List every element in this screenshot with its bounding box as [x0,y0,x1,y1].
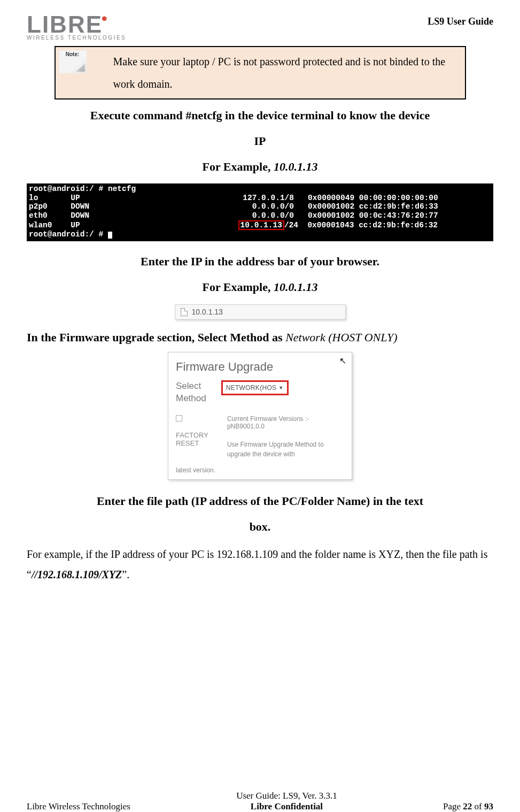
terminal-line: wlan0 UP [29,221,238,229]
method-select[interactable]: NETWORK(HOS ▼ [221,380,289,395]
page-header: LIBRE• WIRELESS TECHNOLOGIES LS9 User Gu… [27,11,493,41]
note-paper-icon [59,58,87,73]
step-netcfg: Execute command #netcfg in the device te… [27,103,493,180]
text: In the Firmware upgrade section, Select … [27,331,285,344]
text: of [472,801,484,811]
page-number: Page 22 of 93 [443,801,493,812]
step-firmware-select: In the Firmware upgrade section, Select … [27,331,493,344]
factory-reset-checkbox[interactable] [176,415,182,422]
step-line: Execute command #netcfg in the device te… [27,103,493,128]
select-method-label: SelectMethod [176,380,206,404]
terminal-line: eth0 DOWN 0.0.0.0/0 0x00001002 00:0c:43:… [29,211,438,220]
cursor-pointer-icon: ↖ [339,356,346,366]
note-text: Make sure your laptop / PC is not passwo… [87,50,460,95]
terminal-screenshot: root@android:/ # netcfg lo UP 127.0.0.1/… [27,183,493,241]
upgrade-msg: Use Firmware Upgrade Method to upgrade t… [227,440,344,459]
select-value: NETWORK(HOS [226,384,277,392]
highlighted-ip: 10.0.1.13 [238,220,284,231]
cursor-icon [108,232,112,239]
example-paragraph: For example, if the IP address of your P… [27,544,493,585]
step-filepath: Enter the file path (IP address of the P… [27,488,493,540]
logo: LIBRE• WIRELESS TECHNOLOGIES [27,11,126,41]
page-footer: Libre Wireless Technologies User Guide: … [0,791,520,812]
browser-tab-screenshot: 10.0.1.13 [175,304,346,320]
logo-text: LIBRE [27,11,103,37]
method-name: Network (HOST ONLY) [285,331,397,344]
text: Page [443,801,463,811]
panel-title: Firmware Upgrade [176,360,344,374]
note-icon: Note: [59,50,87,73]
page-total: 93 [484,801,493,811]
example-path: //192.168.1.109/XYZ [32,569,122,580]
note-callout: Note: Make sure your laptop / PC is not … [55,46,466,99]
firmware-upgrade-panel: ↖ Firmware Upgrade SelectMethod NETWORK(… [168,352,352,479]
text: ”. [122,569,129,580]
note-badge: Note: [59,50,87,58]
step-line: IP [27,128,493,154]
step-line: Enter the file path (IP address of the P… [27,488,493,514]
example-ip: 10.0.1.13 [274,160,318,173]
terminal-line: lo UP 127.0.0.1/8 0x00000049 00:00:00:00… [29,194,438,202]
example-ip: 10.0.1.13 [274,280,318,294]
factory-reset-label: FACTORY RESET [176,431,216,447]
chevron-down-icon: ▼ [278,385,283,390]
footer-center: User Guide: LS9, Ver. 3.3.1 [130,791,443,801]
step-browser: Enter the IP in the address bar of your … [27,249,493,301]
document-title: LS9 User Guide [428,16,493,27]
step-line: For Example, 10.0.1.13 [27,274,493,300]
current-fw-label: Current Firmware Versions :- [227,415,344,423]
step-line: Enter the IP in the address bar of your … [27,249,493,274]
terminal-line: /24 0x00001043 cc:d2:9b:fe:d6:32 [284,221,438,229]
current-fw-version: pNB9001.0.0 [227,423,344,430]
footer-left: Libre Wireless Technologies [27,801,130,812]
page-current: 22 [463,801,472,811]
terminal-line: root@android:/ # netcfg [29,185,136,193]
page-icon [181,308,188,316]
latest-version-text: latest version. [176,466,344,474]
terminal-line: root@android:/ # [29,230,108,239]
logo-dot-icon: • [102,10,108,27]
text: For Example, [203,280,274,294]
step-line: For Example, 10.0.1.13 [27,154,493,180]
tab-url: 10.0.1.13 [192,308,223,316]
footer-confidential: Libre Confidential [130,801,443,812]
text: For Example, [203,160,274,173]
step-line: box. [27,514,493,540]
terminal-line: p2p0 DOWN 0.0.0.0/0 0x00001002 cc:d2:9b:… [29,202,438,211]
logo-main: LIBRE• [27,11,126,36]
